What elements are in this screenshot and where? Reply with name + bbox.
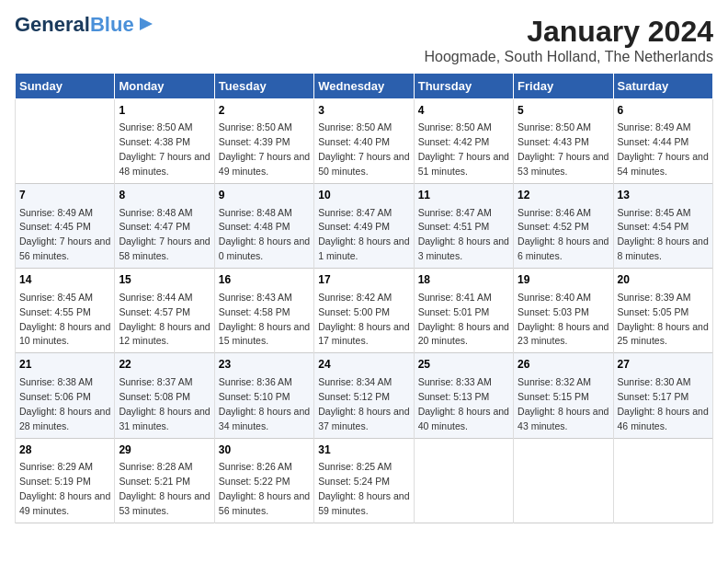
day-number: 11 [418, 188, 509, 203]
sunset-text: Sunset: 5:10 PM [219, 391, 290, 402]
cell-w4-d6 [613, 438, 712, 523]
sunrise-text: Sunrise: 8:43 AM [219, 292, 292, 303]
cell-w1-d1: 8Sunrise: 8:48 AMSunset: 4:47 PMDaylight… [115, 184, 214, 269]
col-wednesday: Wednesday [314, 74, 414, 99]
day-number: 7 [19, 188, 110, 203]
daylight-text: Daylight: 8 hours and 31 minutes. [119, 406, 210, 431]
cell-w3-d3: 24Sunrise: 8:34 AMSunset: 5:12 PMDayligh… [314, 353, 414, 438]
sunrise-text: Sunrise: 8:40 AM [518, 292, 591, 303]
day-number: 4 [418, 103, 509, 119]
daylight-text: Daylight: 8 hours and 28 minutes. [19, 406, 110, 431]
cell-w4-d1: 29Sunrise: 8:28 AMSunset: 5:21 PMDayligh… [115, 438, 214, 523]
daylight-text: Daylight: 8 hours and 43 minutes. [518, 406, 609, 431]
cell-w1-d6: 13Sunrise: 8:45 AMSunset: 4:54 PMDayligh… [613, 184, 712, 269]
cell-w2-d4: 18Sunrise: 8:41 AMSunset: 5:01 PMDayligh… [414, 269, 513, 353]
header-row: Sunday Monday Tuesday Wednesday Thursday… [16, 74, 713, 99]
daylight-text: Daylight: 8 hours and 59 minutes. [318, 490, 409, 516]
cell-w0-d0 [16, 99, 115, 184]
sunset-text: Sunset: 4:45 PM [19, 221, 91, 232]
sunset-text: Sunset: 4:44 PM [618, 136, 689, 147]
day-number: 13 [618, 188, 709, 203]
daylight-text: Daylight: 8 hours and 20 minutes. [418, 321, 509, 347]
day-number: 12 [518, 188, 609, 203]
sunrise-text: Sunrise: 8:48 AM [119, 207, 192, 218]
sunrise-text: Sunrise: 8:45 AM [19, 292, 93, 303]
daylight-text: Daylight: 8 hours and 56 minutes. [219, 490, 310, 516]
sunset-text: Sunset: 4:58 PM [219, 306, 290, 317]
col-saturday: Saturday [613, 74, 712, 99]
cell-w3-d5: 26Sunrise: 8:32 AMSunset: 5:15 PMDayligh… [514, 353, 613, 438]
sunrise-text: Sunrise: 8:28 AM [119, 461, 192, 472]
sunrise-text: Sunrise: 8:47 AM [418, 207, 492, 218]
page-title: January 2024 [424, 15, 713, 49]
sunset-text: Sunset: 5:17 PM [618, 391, 689, 402]
sunset-text: Sunset: 4:47 PM [119, 221, 190, 232]
daylight-text: Daylight: 8 hours and 0 minutes. [219, 236, 310, 261]
sunset-text: Sunset: 4:43 PM [518, 136, 589, 147]
week-row-4: 28Sunrise: 8:29 AMSunset: 5:19 PMDayligh… [16, 438, 713, 523]
daylight-text: Daylight: 7 hours and 56 minutes. [19, 236, 110, 261]
sunset-text: Sunset: 5:03 PM [518, 306, 589, 317]
sunset-text: Sunset: 5:05 PM [618, 306, 689, 317]
cell-w4-d5 [514, 438, 613, 523]
sunset-text: Sunset: 5:12 PM [318, 391, 390, 402]
sunset-text: Sunset: 5:19 PM [19, 476, 91, 487]
cell-w0-d3: 3Sunrise: 8:50 AMSunset: 4:40 PMDaylight… [314, 99, 414, 184]
daylight-text: Daylight: 8 hours and 37 minutes. [318, 406, 409, 431]
sunrise-text: Sunrise: 8:46 AM [518, 207, 591, 218]
sunrise-text: Sunrise: 8:33 AM [418, 376, 492, 387]
cell-w2-d2: 16Sunrise: 8:43 AMSunset: 4:58 PMDayligh… [214, 269, 313, 353]
sunset-text: Sunset: 4:48 PM [219, 221, 290, 232]
sunrise-text: Sunrise: 8:45 AM [618, 207, 691, 218]
sunset-text: Sunset: 5:22 PM [219, 476, 290, 487]
daylight-text: Daylight: 7 hours and 50 minutes. [318, 151, 409, 177]
cell-w2-d0: 14Sunrise: 8:45 AMSunset: 4:55 PMDayligh… [16, 269, 115, 353]
day-number: 15 [119, 272, 210, 288]
daylight-text: Daylight: 8 hours and 6 minutes. [518, 236, 609, 261]
week-row-3: 21Sunrise: 8:38 AMSunset: 5:06 PMDayligh… [16, 353, 713, 438]
day-number: 8 [119, 188, 210, 203]
week-row-2: 14Sunrise: 8:45 AMSunset: 4:55 PMDayligh… [16, 269, 713, 353]
col-monday: Monday [115, 74, 214, 99]
day-number: 24 [318, 357, 409, 373]
sunset-text: Sunset: 5:21 PM [119, 476, 190, 487]
sunset-text: Sunset: 4:54 PM [618, 221, 689, 232]
sunrise-text: Sunrise: 8:50 AM [518, 121, 591, 132]
daylight-text: Daylight: 8 hours and 12 minutes. [119, 321, 210, 347]
cell-w0-d4: 4Sunrise: 8:50 AMSunset: 4:42 PMDaylight… [414, 99, 513, 184]
cell-w2-d6: 20Sunrise: 8:39 AMSunset: 5:05 PMDayligh… [613, 269, 712, 353]
cell-w2-d3: 17Sunrise: 8:42 AMSunset: 5:00 PMDayligh… [314, 269, 414, 353]
sunrise-text: Sunrise: 8:41 AM [418, 292, 492, 303]
day-number: 1 [119, 103, 210, 119]
title-block: January 2024 Hoogmade, South Holland, Th… [424, 15, 713, 65]
cell-w0-d2: 2Sunrise: 8:50 AMSunset: 4:39 PMDaylight… [214, 99, 313, 184]
cell-w3-d4: 25Sunrise: 8:33 AMSunset: 5:13 PMDayligh… [414, 353, 513, 438]
sunrise-text: Sunrise: 8:50 AM [219, 121, 292, 132]
sunrise-text: Sunrise: 8:39 AM [618, 292, 691, 303]
cell-w4-d4 [414, 438, 513, 523]
cell-w4-d2: 30Sunrise: 8:26 AMSunset: 5:22 PMDayligh… [214, 438, 313, 523]
sunset-text: Sunset: 4:39 PM [219, 136, 290, 147]
logo: GeneralBlue [15, 15, 156, 35]
daylight-text: Daylight: 8 hours and 17 minutes. [318, 321, 409, 347]
day-number: 25 [418, 357, 509, 373]
sunset-text: Sunset: 5:15 PM [518, 391, 589, 402]
daylight-text: Daylight: 8 hours and 46 minutes. [618, 406, 709, 431]
cell-w1-d3: 10Sunrise: 8:47 AMSunset: 4:49 PMDayligh… [314, 184, 414, 269]
sunrise-text: Sunrise: 8:48 AM [219, 207, 292, 218]
day-number: 3 [318, 103, 409, 119]
day-number: 29 [119, 442, 210, 458]
day-number: 10 [318, 188, 409, 203]
sunset-text: Sunset: 4:52 PM [518, 221, 589, 232]
day-number: 14 [19, 272, 110, 288]
day-number: 30 [219, 442, 310, 458]
sunrise-text: Sunrise: 8:26 AM [219, 461, 292, 472]
daylight-text: Daylight: 8 hours and 53 minutes. [119, 490, 210, 516]
svg-marker-0 [140, 17, 153, 30]
sunrise-text: Sunrise: 8:49 AM [19, 207, 93, 218]
daylight-text: Daylight: 7 hours and 48 minutes. [119, 151, 210, 177]
daylight-text: Daylight: 8 hours and 10 minutes. [19, 321, 110, 347]
day-number: 18 [418, 272, 509, 288]
sunset-text: Sunset: 5:01 PM [418, 306, 490, 317]
cell-w1-d0: 7Sunrise: 8:49 AMSunset: 4:45 PMDaylight… [16, 184, 115, 269]
